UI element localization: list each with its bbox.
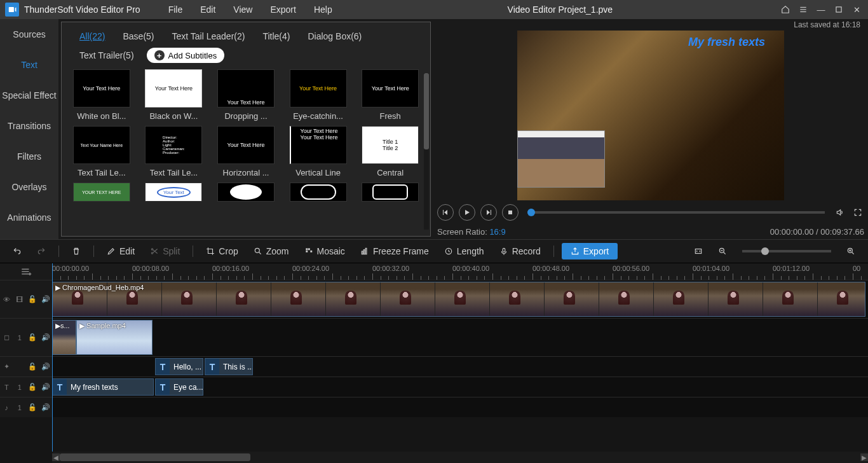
app-title: ThunderSoft Video Editor Pro <box>24 4 140 15</box>
speaker-icon[interactable]: 🔊 <box>41 363 51 371</box>
svg-rect-6 <box>491 210 491 215</box>
text-template-oval[interactable] <box>212 183 280 202</box>
clip-main-video[interactable]: ▶ ChromagenDud_Heb.mp4 <box>52 282 865 317</box>
lock-icon[interactable]: 🔓 <box>27 363 37 371</box>
lock-icon[interactable]: 🔓 <box>27 383 37 391</box>
filter-tab-text-tail-leader[interactable]: Text Tail Leader(2) <box>163 29 254 44</box>
volume-icon[interactable] <box>834 206 846 219</box>
add-track-button[interactable] <box>0 263 52 280</box>
maximize-icon[interactable] <box>832 3 845 16</box>
project-name: Video Editor Project_1.pve <box>341 4 779 15</box>
play-button[interactable] <box>459 204 475 221</box>
track-lane-text[interactable]: TMy fresh texts TEye ca... <box>52 377 868 397</box>
lock-icon[interactable]: 🔓 <box>27 295 37 303</box>
track-lane-fx[interactable]: THello, ... TThis is ... <box>52 357 868 377</box>
text-template-fresh[interactable]: Your Text HereFresh <box>356 69 424 121</box>
clip-text-hello[interactable]: THello, ... <box>155 358 203 375</box>
preview-viewport[interactable]: My fresh texts <box>517 31 784 200</box>
prev-frame-button[interactable] <box>437 204 454 221</box>
text-template-rounded-1[interactable] <box>285 183 352 202</box>
svg-rect-5 <box>443 210 444 215</box>
lock-icon[interactable]: 🔓 <box>27 403 37 411</box>
sidebar-item-sources[interactable]: Sources <box>0 19 58 50</box>
zoom-slider[interactable] <box>742 250 831 252</box>
speaker-icon[interactable]: 🔊 <box>41 383 51 391</box>
sidebar-item-text[interactable]: Text <box>0 50 58 80</box>
filter-tab-base[interactable]: Base(5) <box>114 29 163 44</box>
redo-button[interactable] <box>32 244 51 258</box>
menu-export[interactable]: Export <box>261 4 304 15</box>
text-template-green-label[interactable]: YOUR TEXT HERE <box>68 183 135 202</box>
sidebar-item-animations[interactable]: Animations <box>0 202 58 233</box>
filter-tab-dialog-box[interactable]: Dialog Box(6) <box>299 29 370 44</box>
eye-icon[interactable]: 👁 <box>1 296 11 303</box>
zoom-button[interactable]: Zoom <box>248 244 294 259</box>
stop-button[interactable] <box>502 204 519 221</box>
text-template-black-on-white[interactable]: Your Text HereBlack on W... <box>140 69 208 121</box>
scroll-right-icon[interactable]: ▶ <box>860 453 868 461</box>
speaker-icon[interactable]: 🔊 <box>41 295 51 303</box>
clip-text-eye[interactable]: TEye ca... <box>155 378 203 396</box>
text-template-tail-leader-1[interactable]: Text Your Name HereText Tail Le... <box>68 126 135 177</box>
clip-pip-2[interactable]: ▶ Sample.mp4 <box>76 320 153 355</box>
lock-icon[interactable]: 🔓 <box>27 333 37 342</box>
track-head-music: ♪ 1 🔓 🔊 <box>0 397 52 417</box>
minimize-icon[interactable]: — <box>815 3 827 16</box>
menu-file[interactable]: File <box>159 4 192 15</box>
clip-text-fresh[interactable]: TMy fresh texts <box>52 378 154 396</box>
speaker-icon[interactable]: 🔊 <box>41 333 51 342</box>
library-scrollbar[interactable] <box>424 73 429 230</box>
fit-timeline-icon[interactable] <box>689 244 708 258</box>
undo-button[interactable] <box>8 244 27 258</box>
crop-button[interactable]: Crop <box>201 244 243 259</box>
timeline-ruler[interactable]: 00:00:00.0000:00:08.0000:00:16.0000:00:2… <box>52 263 868 280</box>
text-template-central[interactable]: Title 1 Title 2Central <box>356 126 424 177</box>
close-icon[interactable]: ✕ <box>850 3 863 16</box>
speaker-icon[interactable]: 🔊 <box>41 403 51 411</box>
track-lane-pip[interactable]: ▶s... ▶ Sample.mp4 <box>52 319 868 356</box>
hamburger-icon[interactable] <box>797 3 810 16</box>
filter-tab-title[interactable]: Title(4) <box>254 29 299 44</box>
text-template-horizontal[interactable]: Your Text HereHorizontal ... <box>212 126 280 177</box>
length-button[interactable]: Length <box>439 244 489 259</box>
export-button[interactable]: Export <box>562 243 618 259</box>
clip-pip-1[interactable]: ▶s... <box>52 320 76 355</box>
text-template-dropping[interactable]: Your Text HereDropping ... <box>212 69 280 121</box>
sidebar-item-filters[interactable]: Filters <box>0 141 58 172</box>
sidebar-item-overlays[interactable]: Overlays <box>0 172 58 202</box>
edit-button[interactable]: Edit <box>102 244 140 259</box>
text-template-tail-leader-2[interactable]: Director: Author: Light: Cameraman: Prod… <box>140 126 208 177</box>
freeze-frame-button[interactable]: Freeze Frame <box>355 244 434 259</box>
track-head-video: 👁 🎞 🔓 🔊 <box>0 280 52 318</box>
fullscreen-icon[interactable] <box>851 206 864 219</box>
home-icon[interactable] <box>779 3 792 16</box>
track-lane-music[interactable] <box>52 397 868 417</box>
zoom-out-icon[interactable] <box>713 244 732 258</box>
clip-text-this-is[interactable]: TThis is ... <box>205 358 253 375</box>
zoom-in-icon[interactable] <box>841 244 860 258</box>
split-button[interactable]: Split <box>145 244 185 259</box>
record-button[interactable]: Record <box>494 244 546 259</box>
sidebar-item-transitions[interactable]: Transitions <box>0 111 58 141</box>
text-template-vertical-line[interactable]: Your Text Here Your Text HereVertical Li… <box>285 126 352 177</box>
add-subtitles-button[interactable]: + Add Subtitles <box>147 48 225 63</box>
filter-tab-text-trailer[interactable]: Text Trailer(5) <box>71 48 143 63</box>
menu-help[interactable]: Help <box>305 4 341 15</box>
text-template-bubble[interactable]: Your Text <box>140 183 208 202</box>
timeline-horizontal-scrollbar[interactable]: ◀ ▶ <box>52 452 868 463</box>
menu-edit[interactable]: Edit <box>191 4 224 15</box>
delete-button[interactable] <box>67 244 86 258</box>
mosaic-button[interactable]: Mosaic <box>299 244 350 259</box>
preview-progress-bar[interactable] <box>527 211 825 214</box>
next-frame-button[interactable] <box>480 204 497 221</box>
text-template-rounded-2[interactable] <box>356 183 424 202</box>
filter-tab-all[interactable]: All(22) <box>71 29 114 44</box>
svg-point-10 <box>255 248 259 252</box>
track-lane-video[interactable]: ▶ ChromagenDud_Heb.mp4 <box>52 280 868 318</box>
scroll-left-icon[interactable]: ◀ <box>52 453 60 461</box>
menu-view[interactable]: View <box>224 4 261 15</box>
sidebar-item-special-effect[interactable]: Special Effect <box>0 80 58 111</box>
text-template-white-on-black[interactable]: Your Text HereWhite on Bl... <box>68 69 135 121</box>
text-template-eye-catching[interactable]: Your Text HereEye-catchin... <box>285 69 352 121</box>
pip-icon: ◻ <box>1 333 11 342</box>
